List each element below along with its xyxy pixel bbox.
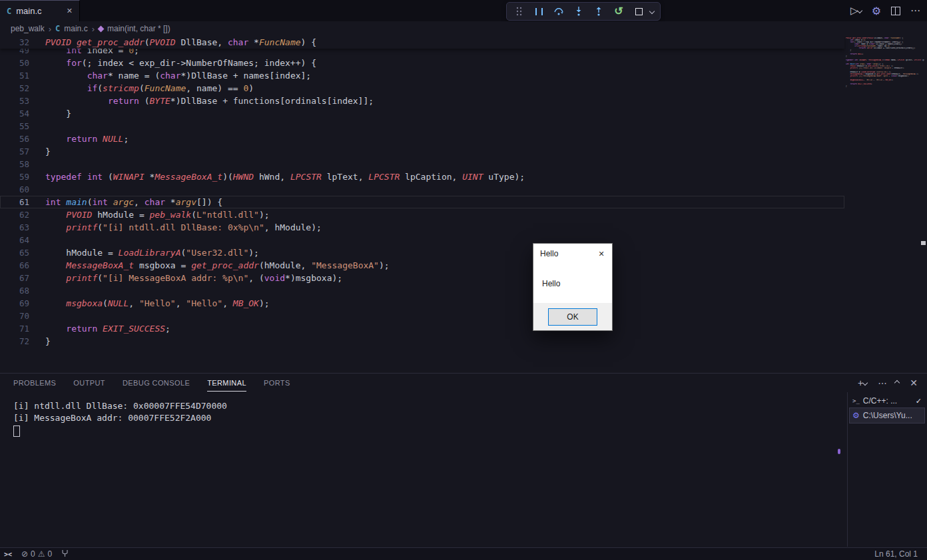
drag-grip-icon[interactable] bbox=[513, 5, 525, 17]
line-number: 55 bbox=[0, 120, 29, 133]
split-editor-icon[interactable] bbox=[891, 7, 900, 15]
code-line-61[interactable]: 61int main(int argc, char *argv[]) { bbox=[0, 196, 844, 208]
line-code: } bbox=[45, 335, 51, 348]
maximize-panel-icon[interactable] bbox=[898, 381, 899, 385]
line-code: for(; index < exp_dir->NumberOfNames; in… bbox=[45, 57, 316, 69]
line-number: 53 bbox=[0, 95, 29, 107]
run-button[interactable]: ▷ bbox=[850, 5, 862, 17]
panel-tab-debug-console[interactable]: DEBUG CONSOLE bbox=[123, 375, 190, 392]
step-out-button[interactable] bbox=[593, 5, 605, 17]
close-panel-icon[interactable]: ✕ bbox=[910, 378, 918, 388]
code-line-63[interactable]: 63 printf("[i] ntdll.dll DllBase: 0x%p\n… bbox=[0, 221, 844, 234]
dialog-title-bar[interactable]: Hello ✕ bbox=[533, 244, 612, 264]
ok-button[interactable]: OK bbox=[548, 308, 597, 326]
tab-label: main.c bbox=[16, 6, 62, 16]
code-line-66[interactable]: 66 MessageBoxA_t msgboxa = get_proc_addr… bbox=[0, 259, 844, 272]
terminal-output[interactable]: [i] ntdll.dll DllBase: 0x00007FFE54D7000… bbox=[13, 400, 227, 437]
code-line-55[interactable]: 55 bbox=[0, 120, 844, 133]
line-number: 51 bbox=[0, 69, 29, 82]
code-line-69[interactable]: 69 msgboxa(NULL, "Hello", "Hello", MB_OK… bbox=[0, 297, 844, 310]
terminal-cursor bbox=[13, 425, 20, 437]
status-bar: >< ⊘ 0 ⚠ 0 Ln 61, Col 1 bbox=[0, 547, 927, 560]
terminal-icon: >_ bbox=[852, 398, 860, 404]
line-code bbox=[45, 310, 51, 322]
panel-tab-output[interactable]: OUTPUT bbox=[73, 375, 105, 392]
line-number: 66 bbox=[0, 259, 29, 272]
dialog-title: Hello bbox=[533, 249, 591, 258]
stop-dropdown-chevron-icon[interactable] bbox=[649, 9, 655, 14]
terminal-activity-indicator bbox=[838, 449, 840, 454]
breadcrumb: peb_walk › C main.c › main(int, char * [… bbox=[0, 21, 927, 36]
debug-toolbar: ↺ bbox=[506, 2, 661, 21]
code-line-72[interactable]: 72} bbox=[0, 335, 844, 348]
code-line-71[interactable]: 71 return EXIT_SUCCESS; bbox=[0, 322, 844, 335]
new-terminal-button[interactable]: + bbox=[858, 378, 867, 388]
warning-count: 0 bbox=[48, 549, 53, 559]
minimap[interactable]: PVOID get_proc_addr(PVOID DllBase, char … bbox=[846, 37, 924, 357]
breadcrumb-folder[interactable]: peb_walk bbox=[11, 24, 45, 33]
line-number: 62 bbox=[0, 208, 29, 221]
code-line-51[interactable]: 51 char* name = (char*)DllBase + names[i… bbox=[0, 69, 844, 82]
breadcrumb-file[interactable]: main.c bbox=[64, 24, 87, 33]
panel-header: PROBLEMSOUTPUTDEBUG CONSOLETERMINALPORTS… bbox=[0, 374, 927, 392]
line-number: 63 bbox=[0, 221, 29, 234]
warning-icon: ⚠ bbox=[38, 549, 45, 559]
line-code: int main(int argc, char *argv[]) { bbox=[45, 196, 222, 208]
terminal-session-cpp[interactable]: >_ C/C++: ... ✓ bbox=[850, 394, 924, 408]
method-symbol-icon bbox=[98, 25, 105, 32]
code-line-52[interactable]: 52 if(stricmp(FuncName, name) == 0) bbox=[0, 82, 844, 95]
pause-button[interactable] bbox=[533, 5, 545, 17]
dialog-close-icon[interactable]: ✕ bbox=[591, 244, 612, 264]
code-line-59[interactable]: 59typedef int (WINAPI *MessageBoxA_t)(HW… bbox=[0, 170, 844, 183]
line-number: 72 bbox=[0, 335, 29, 348]
line-code bbox=[45, 158, 51, 170]
sticky-scroll-line[interactable]: 32 PVOID get_proc_addr(PVOID DllBase, ch… bbox=[0, 36, 844, 49]
panel-more-actions-icon[interactable]: ⋯ bbox=[878, 378, 887, 388]
panel-tab-terminal[interactable]: TERMINAL bbox=[207, 375, 246, 392]
line-code bbox=[45, 120, 51, 133]
breadcrumb-separator-icon: › bbox=[49, 24, 51, 34]
breadcrumb-symbol[interactable]: main(int, char * []) bbox=[107, 24, 170, 33]
remote-indicator-icon[interactable]: >< bbox=[4, 551, 12, 558]
code-line-62[interactable]: 62 PVOID hModule = peb_walk(L"ntdll.dll"… bbox=[0, 208, 844, 221]
editor-tab-main-c[interactable]: C main.c ✕ bbox=[0, 0, 80, 21]
code-line-56[interactable]: 56 return NULL; bbox=[0, 133, 844, 145]
more-actions-icon[interactable]: ⋯ bbox=[910, 5, 920, 17]
code-line-68[interactable]: 68 bbox=[0, 284, 844, 297]
line-code: } bbox=[45, 145, 51, 158]
problems-status[interactable]: ⊘ 0 ⚠ 0 bbox=[21, 549, 52, 559]
line-number: 56 bbox=[0, 133, 29, 145]
breadcrumb-separator-icon: › bbox=[92, 24, 95, 34]
code-line-70[interactable]: 70 bbox=[0, 310, 844, 322]
code-line-54[interactable]: 54 } bbox=[0, 107, 844, 120]
line-number: 60 bbox=[0, 183, 29, 196]
step-over-button[interactable] bbox=[553, 5, 565, 17]
code-line-67[interactable]: 67 printf("[i] MessageBoxA addr: %p\n", … bbox=[0, 272, 844, 284]
terminal-line: [i] MessageBoxA addr: 00007FFE52F2A000 bbox=[13, 412, 227, 424]
panel-tab-problems[interactable]: PROBLEMS bbox=[13, 375, 56, 392]
step-into-button[interactable] bbox=[573, 5, 585, 17]
code-line-64[interactable]: 64 bbox=[0, 234, 844, 246]
code-line-50[interactable]: 50 for(; index < exp_dir->NumberOfNames;… bbox=[0, 57, 844, 69]
code-line-53[interactable]: 53 return (BYTE*)DllBase + functions[ord… bbox=[0, 95, 844, 107]
dialog-footer: OK bbox=[533, 303, 612, 330]
line-code: hModule = LoadLibraryA("User32.dll"); bbox=[45, 246, 259, 259]
code-line-60[interactable]: 60 bbox=[0, 183, 844, 196]
line-code: return EXIT_SUCCESS; bbox=[45, 322, 170, 335]
panel-separator bbox=[847, 392, 848, 547]
code-editor[interactable]: 49 int index = 0;50 for(; index < exp_di… bbox=[0, 36, 927, 373]
line-number: 58 bbox=[0, 158, 29, 170]
restart-button[interactable]: ↺ bbox=[613, 5, 625, 17]
cursor-position[interactable]: Ln 61, Col 1 bbox=[874, 549, 927, 559]
code-line-65[interactable]: 65 hModule = LoadLibraryA("User32.dll"); bbox=[0, 246, 844, 259]
code-line-58[interactable]: 58 bbox=[0, 158, 844, 170]
stop-button[interactable] bbox=[633, 5, 645, 17]
settings-gear-icon[interactable]: ⚙ bbox=[872, 5, 881, 17]
panel-tab-ports[interactable]: PORTS bbox=[264, 375, 290, 392]
line-number: 61 bbox=[0, 196, 29, 208]
tab-close-icon[interactable]: ✕ bbox=[67, 7, 73, 15]
debug-fork-icon[interactable] bbox=[61, 549, 69, 559]
message-box-dialog: Hello ✕ Hello OK bbox=[533, 243, 613, 331]
terminal-session-active[interactable]: ⚙ C:\Users\Yu... bbox=[850, 408, 924, 423]
code-line-57[interactable]: 57} bbox=[0, 145, 844, 158]
